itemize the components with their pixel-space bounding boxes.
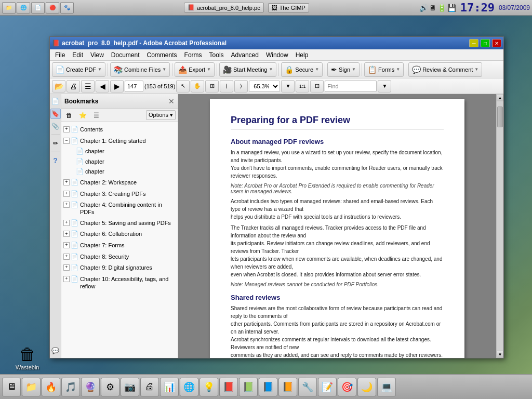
marquee-zoom-btn[interactable]: ⊞: [205, 80, 219, 92]
taskbar-gimp-btn[interactable]: 🖼 The GIMP: [268, 3, 309, 12]
vertical-scrollbar[interactable]: ▲ ▼: [496, 94, 503, 358]
menu-forms[interactable]: Forms: [181, 50, 205, 60]
bm-ch6[interactable]: + 📄 Chapter 6: Collaboration: [61, 229, 178, 240]
taskbar-btn-3[interactable]: 📄: [31, 2, 45, 14]
export-button[interactable]: 📤 Export ▼: [175, 62, 215, 77]
attachment-tool[interactable]: 📎: [50, 121, 61, 131]
bm-ch7-expander[interactable]: +: [63, 242, 70, 248]
actual-size-btn[interactable]: 1:1: [296, 80, 309, 92]
forms-button[interactable]: 📋 Forms ▼: [364, 62, 404, 77]
menu-edit[interactable]: Edit: [69, 50, 86, 60]
close-button[interactable]: ✕: [492, 39, 501, 47]
zoom-select[interactable]: 65.3% 50% 75% 100%: [249, 81, 280, 92]
help-tool[interactable]: ?: [50, 155, 61, 166]
create-pdf-button[interactable]: 📄 Create PDF ▼: [52, 62, 105, 77]
page-number-input[interactable]: [125, 81, 143, 92]
nav-open-btn[interactable]: 📂: [52, 80, 65, 92]
fit-page-btn[interactable]: ⊡: [310, 80, 324, 92]
bm-ch6-expander[interactable]: +: [63, 231, 70, 237]
bm-ch5[interactable]: + 📄 Chapter 5: Saving and saving PDFs: [61, 218, 178, 229]
bm-star-btn[interactable]: ⭐: [77, 110, 88, 121]
scroll-thumb[interactable]: [497, 107, 503, 127]
bottom-icon-7[interactable]: 📷: [121, 378, 139, 396]
bottom-icon-9[interactable]: 📊: [160, 378, 179, 396]
bm-contents[interactable]: + 📄 Contents: [61, 124, 178, 136]
taskbar-btn-1[interactable]: 📁: [2, 2, 16, 14]
bottom-icon-3[interactable]: 🔥: [42, 378, 60, 396]
bm-ch1-sub3[interactable]: 📄 chapter: [61, 167, 178, 177]
bottom-icon-18[interactable]: 🎯: [338, 378, 356, 396]
bm-ch9-expander[interactable]: +: [63, 264, 70, 271]
bottom-icon-16[interactable]: 🔧: [298, 378, 317, 396]
next-view-btn[interactable]: ⟩: [234, 80, 248, 92]
review-comment-button[interactable]: 💬 Review & Comment ▼: [408, 62, 482, 77]
scroll-track[interactable]: [497, 101, 503, 351]
nav-print-btn[interactable]: 🖨: [66, 80, 80, 92]
pdf-content-area[interactable]: Preparing for a PDF review About managed…: [178, 94, 496, 358]
bm-ch5-expander[interactable]: +: [63, 220, 70, 226]
bm-contents-expander[interactable]: +: [63, 126, 70, 132]
bm-ch4-expander[interactable]: +: [63, 202, 70, 208]
start-meeting-button[interactable]: 🎥 Start Meeting ▼: [219, 62, 276, 77]
bookmarks-options-btn[interactable]: Options ▾: [146, 110, 176, 120]
bottom-icon-14[interactable]: 📘: [259, 378, 277, 396]
bottom-icon-13[interactable]: 📗: [239, 378, 258, 396]
prev-view-btn[interactable]: ⟨: [220, 80, 233, 92]
bottom-icon-1[interactable]: 🖥: [2, 378, 21, 396]
bm-ch1-sub2[interactable]: 📄 chapter: [61, 157, 178, 167]
wastebin[interactable]: 🗑 Wastebin: [16, 345, 39, 370]
menu-window[interactable]: Window: [263, 50, 291, 60]
bm-ch10[interactable]: + 📄 Chapter 10: Accessibility, tags, and…: [61, 274, 178, 292]
bookmark-tool[interactable]: 🔖: [50, 109, 61, 119]
nav-forward-btn[interactable]: ▶: [110, 80, 124, 92]
bottom-icon-20[interactable]: 💻: [377, 378, 396, 396]
menu-advanced[interactable]: Advanced: [228, 50, 262, 60]
select-tool-btn[interactable]: ↖: [176, 80, 190, 92]
combine-files-button[interactable]: 📚 Combine Files ▼: [110, 62, 170, 77]
zoom-menu-btn[interactable]: ▼: [281, 80, 295, 92]
bm-ch8[interactable]: + 📄 Chapter 8: Security: [61, 251, 178, 263]
menu-file[interactable]: File: [52, 50, 68, 60]
scroll-up-btn[interactable]: ▲: [497, 94, 503, 101]
comment-tool[interactable]: 💬: [50, 345, 61, 356]
bm-ch1[interactable]: − 📄 Chapter 1: Getting started: [61, 136, 178, 147]
maximize-button[interactable]: □: [481, 39, 490, 47]
bottom-icon-11[interactable]: 💡: [200, 378, 218, 396]
nav-back-btn[interactable]: ◀: [96, 80, 109, 92]
bm-ch4[interactable]: + 📄 Chapter 4: Combining content in PDFs: [61, 200, 178, 218]
taskbar-btn-2[interactable]: 🌐: [17, 2, 30, 14]
bm-ch7[interactable]: + 📄 Chapter 7: Forms: [61, 240, 178, 251]
bookmarks-close-button[interactable]: ✕: [168, 97, 175, 105]
bottom-icon-6[interactable]: ⚙: [101, 378, 119, 396]
bm-ch3[interactable]: + 📄 Chapter 3: Creating PDFs: [61, 189, 178, 200]
bottom-icon-2[interactable]: 📁: [22, 378, 41, 396]
minimize-button[interactable]: ─: [469, 39, 478, 47]
bm-ch10-expander[interactable]: +: [63, 276, 70, 282]
bm-ch3-expander[interactable]: +: [63, 191, 70, 197]
page-thumbnail-tool[interactable]: 📄: [50, 96, 61, 107]
bm-ch1-expander[interactable]: −: [63, 138, 70, 144]
bm-ch1-sub1[interactable]: 📄 chapter: [61, 147, 178, 157]
secure-button[interactable]: 🔒 Secure ▼: [281, 62, 323, 77]
menu-document[interactable]: Document: [108, 50, 143, 60]
bm-delete-btn[interactable]: 🗑: [63, 110, 75, 121]
sign-button[interactable]: ✒ Sign ▼: [327, 62, 360, 77]
bm-ch2-expander[interactable]: +: [63, 179, 70, 185]
find-input[interactable]: [325, 81, 377, 92]
menu-view[interactable]: View: [87, 50, 107, 60]
menu-tools[interactable]: Tools: [206, 50, 227, 60]
taskbar-btn-5[interactable]: 🐾: [60, 2, 74, 14]
taskbar-btn-4[interactable]: 🔴: [46, 2, 59, 14]
bm-ch8-expander[interactable]: +: [63, 254, 70, 260]
hand-tool-btn[interactable]: ✋: [191, 80, 204, 92]
bm-list-btn[interactable]: ☰: [90, 110, 102, 121]
bottom-icon-19[interactable]: 🌙: [357, 378, 376, 396]
find-arrow-btn[interactable]: ▼: [378, 80, 391, 92]
bottom-icon-10[interactable]: 🌐: [180, 378, 198, 396]
bm-ch2[interactable]: + 📄 Chapter 2: Workspace: [61, 177, 178, 189]
bottom-icon-5[interactable]: 🔮: [81, 378, 100, 396]
edit-tool[interactable]: ✏: [50, 138, 61, 149]
bottom-icon-12[interactable]: 📕: [219, 378, 238, 396]
menu-help[interactable]: Help: [292, 50, 312, 60]
bottom-icon-8[interactable]: 🖨: [140, 378, 159, 396]
